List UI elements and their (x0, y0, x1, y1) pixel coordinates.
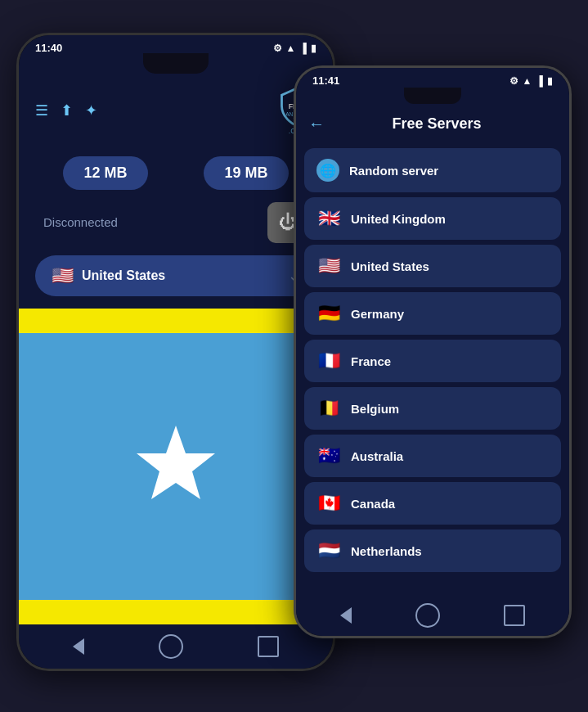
server-name-au: Australia (351, 449, 549, 463)
server-item-de[interactable]: 🇩🇪 Germany (304, 292, 561, 335)
top-bar-phone1: ☰ ⬆ ✦ FREE ANDROID VPN .COM (19, 78, 333, 144)
globe-icon: 🌐 (316, 159, 339, 182)
server-name-ca: Canada (351, 497, 549, 511)
home-button-phone1[interactable] (159, 634, 183, 659)
status-icons-phone1: ⚙ ▲ ▐ ▮ (273, 43, 316, 54)
country-name: United States (82, 268, 280, 283)
battery-icon-p2: ▮ (547, 75, 553, 87)
download-stat: 12 MB (63, 156, 147, 190)
server-item-ca[interactable]: 🇨🇦 Canada (304, 482, 561, 525)
server-name-nl: Netherlands (351, 544, 549, 558)
notch-phone2 (404, 88, 461, 104)
signal-icon-p2: ▐ (536, 75, 543, 87)
yellow-stripe-bottom (19, 600, 333, 624)
signal-icon: ▐ (299, 43, 307, 54)
yellow-stripe-top (19, 309, 333, 333)
notch-phone1 (143, 53, 209, 74)
flag-uk: 🇬🇧 (316, 208, 341, 229)
flag-au: 🇦🇺 (316, 445, 341, 466)
server-name-fr: France (351, 354, 549, 368)
wifi-icon-p2: ▲ (523, 75, 532, 87)
phone2: 11:41 ⚙ ▲ ▐ ▮ ← Free Servers 🌐 Random se… (294, 65, 572, 638)
flag-main-area (19, 333, 333, 600)
nav-bar-phone1 (19, 624, 333, 669)
star-icon[interactable]: ✦ (85, 101, 97, 119)
upload-stat: 19 MB (204, 156, 288, 190)
server-item-au[interactable]: 🇦🇺 Australia (304, 435, 561, 477)
status-icons-phone2: ⚙ ▲ ▐ ▮ (509, 75, 553, 87)
phone2-screen: 11:41 ⚙ ▲ ▐ ▮ ← Free Servers 🌐 Random se… (296, 68, 569, 636)
flag-display-area (19, 309, 333, 624)
server-list-header: ← Free Servers (296, 106, 569, 142)
country-flag: 🇺🇸 (52, 265, 74, 286)
phone1: 11:40 ⚙ ▲ ▐ ▮ ☰ ⬆ ✦ FREE ANDROID (16, 33, 335, 671)
server-item-fr[interactable]: 🇫🇷 France (304, 340, 561, 382)
recents-button-phone2[interactable] (504, 605, 525, 626)
settings-icon: ⚙ (273, 43, 282, 54)
flag-fr: 🇫🇷 (316, 350, 341, 372)
back-button-phone2[interactable] (340, 607, 352, 624)
flag-us: 🇺🇸 (316, 255, 341, 277)
phone1-screen: 11:40 ⚙ ▲ ▐ ▮ ☰ ⬆ ✦ FREE ANDROID (19, 35, 333, 669)
time-phone2: 11:41 (312, 74, 339, 87)
disconnect-text: Disconnected (43, 215, 118, 229)
country-selector[interactable]: 🇺🇸 United States ⌄ (35, 255, 316, 296)
disconnect-row: Disconnected ⏻ (19, 198, 333, 255)
time-phone1: 11:40 (35, 42, 62, 54)
server-name-random: Random server (349, 164, 549, 178)
svg-marker-3 (137, 426, 215, 499)
menu-icon[interactable]: ☰ (35, 101, 48, 119)
server-name-be: Belgium (351, 402, 549, 416)
flag-de: 🇩🇪 (316, 303, 341, 324)
top-icons-phone1: ☰ ⬆ ✦ (35, 101, 97, 119)
back-arrow-button[interactable]: ← (308, 115, 325, 133)
server-name-us: United States (351, 259, 549, 273)
flag-nl: 🇳🇱 (316, 540, 341, 561)
nav-bar-phone2 (296, 595, 569, 636)
server-item-be[interactable]: 🇧🇪 Belgium (304, 387, 561, 430)
back-button-phone1[interactable] (73, 638, 84, 655)
server-item-random[interactable]: 🌐 Random server (304, 148, 561, 192)
flag-be: 🇧🇪 (316, 398, 341, 419)
server-name-uk: United Kingdom (351, 212, 549, 226)
server-item-nl[interactable]: 🇳🇱 Netherlands (304, 529, 561, 572)
stats-row: 12 MB 19 MB (19, 144, 333, 198)
flag-ca: 🇨🇦 (316, 493, 341, 514)
status-bar-phone2: 11:41 ⚙ ▲ ▐ ▮ (296, 68, 569, 90)
header-title: Free Servers (333, 115, 541, 133)
wifi-icon: ▲ (286, 43, 296, 54)
recents-button-phone1[interactable] (258, 636, 279, 657)
settings-icon-p2: ⚙ (509, 75, 518, 87)
server-name-de: Germany (351, 307, 549, 321)
share-icon[interactable]: ⬆ (61, 101, 73, 119)
star-svg (127, 417, 225, 516)
home-button-phone2[interactable] (415, 603, 440, 628)
server-list: 🌐 Random server 🇬🇧 United Kingdom 🇺🇸 Uni… (296, 142, 569, 595)
server-item-uk[interactable]: 🇬🇧 United Kingdom (304, 197, 561, 240)
server-item-us[interactable]: 🇺🇸 United States (304, 245, 561, 287)
battery-icon: ▮ (311, 43, 316, 54)
